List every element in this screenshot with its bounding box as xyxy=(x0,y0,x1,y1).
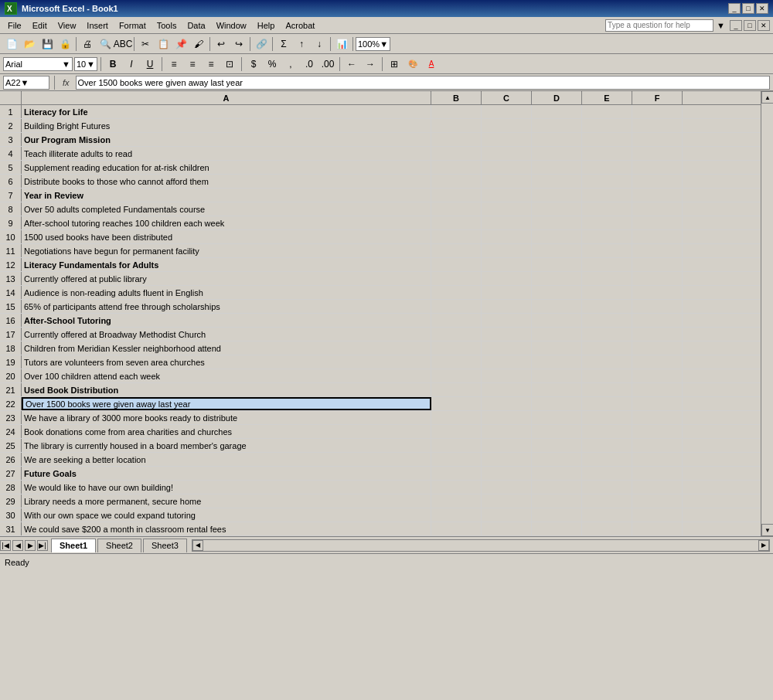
cell-b-7[interactable] xyxy=(431,189,482,202)
cell-c-16[interactable] xyxy=(482,314,532,327)
cell-f-8[interactable] xyxy=(632,202,683,216)
cell-e-21[interactable] xyxy=(582,383,632,396)
cell-c-8[interactable] xyxy=(482,202,532,216)
print-preview-button[interactable]: 🔍 xyxy=(97,36,114,53)
cell-d-15[interactable] xyxy=(532,300,582,313)
sort-desc-button[interactable]: ↓ xyxy=(311,36,328,53)
cell-e-2[interactable] xyxy=(582,119,632,132)
cell-d-29[interactable] xyxy=(532,494,582,508)
cell-c-30[interactable] xyxy=(482,508,532,522)
cell-b-26[interactable] xyxy=(431,453,482,466)
cell-e-29[interactable] xyxy=(582,494,632,508)
cell-b-16[interactable] xyxy=(431,314,482,327)
cell-b-19[interactable] xyxy=(431,355,482,369)
help-search-input[interactable] xyxy=(605,19,713,32)
cell-c-4[interactable] xyxy=(482,147,532,160)
menu-help[interactable]: Help xyxy=(253,19,280,32)
cell-e-14[interactable] xyxy=(582,286,632,299)
cell-f-7[interactable] xyxy=(632,189,683,202)
cell-d-9[interactable] xyxy=(532,216,582,229)
menu-minimize-button[interactable]: _ xyxy=(730,20,742,31)
cell-f-12[interactable] xyxy=(632,258,683,271)
cell-f-1[interactable] xyxy=(632,105,683,118)
cell-f-10[interactable] xyxy=(632,230,683,243)
cell-c-18[interactable] xyxy=(482,342,532,355)
restore-button[interactable]: □ xyxy=(742,3,754,14)
cell-f-14[interactable] xyxy=(632,286,683,299)
merge-center-button[interactable]: ⊡ xyxy=(221,56,238,73)
cell-b-15[interactable] xyxy=(431,300,482,313)
cell-a-21[interactable]: Used Book Distribution xyxy=(22,383,431,396)
cell-b-24[interactable] xyxy=(431,425,482,438)
cell-d-2[interactable] xyxy=(532,119,582,132)
cell-f-18[interactable] xyxy=(632,342,683,355)
cell-b-13[interactable] xyxy=(431,272,482,285)
cell-a-15[interactable]: 65% of participants attend free through … xyxy=(22,300,431,313)
scroll-left-button[interactable]: ◀ xyxy=(192,540,203,551)
cell-f-31[interactable] xyxy=(632,522,683,535)
cell-d-3[interactable] xyxy=(532,133,582,146)
cell-a-27[interactable]: Future Goals xyxy=(22,467,431,480)
cell-a-10[interactable]: 1500 used books have been distributed xyxy=(22,230,431,243)
menu-tools[interactable]: Tools xyxy=(152,19,182,32)
cell-d-28[interactable] xyxy=(532,481,582,494)
cell-a-9[interactable]: After-school tutoring reaches 100 childr… xyxy=(22,216,431,229)
cell-a-2[interactable]: Building Bright Futures xyxy=(22,119,431,132)
cell-e-3[interactable] xyxy=(582,133,632,146)
cell-f-2[interactable] xyxy=(632,119,683,132)
cell-d-31[interactable] xyxy=(532,522,582,535)
minimize-button[interactable]: _ xyxy=(728,3,741,14)
cell-c-3[interactable] xyxy=(482,133,532,146)
col-header-e[interactable]: E xyxy=(582,91,632,104)
print-button[interactable]: 🖨 xyxy=(79,36,96,53)
zoom-dropdown-icon[interactable]: ▼ xyxy=(380,39,388,49)
cell-c-27[interactable] xyxy=(482,467,532,480)
cell-d-22[interactable] xyxy=(532,397,582,410)
cell-d-25[interactable] xyxy=(532,439,582,452)
cell-f-22[interactable] xyxy=(632,397,683,410)
sheet-nav-last[interactable]: ▶| xyxy=(37,540,48,551)
paste-button[interactable]: 📌 xyxy=(172,36,189,53)
cell-d-8[interactable] xyxy=(532,202,582,216)
currency-button[interactable]: $ xyxy=(245,56,262,73)
cell-c-22[interactable] xyxy=(482,397,532,410)
cell-a-16[interactable]: After-School Tutoring xyxy=(22,314,431,327)
cell-d-11[interactable] xyxy=(532,244,582,257)
font-name-selector[interactable]: Arial ▼ xyxy=(3,57,73,71)
cell-e-22[interactable] xyxy=(582,397,632,410)
sort-asc-button[interactable]: ↑ xyxy=(293,36,310,53)
cell-e-20[interactable] xyxy=(582,369,632,382)
cell-b-22[interactable] xyxy=(431,397,482,410)
bold-button[interactable]: B xyxy=(104,56,121,73)
cell-c-1[interactable] xyxy=(482,105,532,118)
cell-e-12[interactable] xyxy=(582,258,632,271)
underline-button[interactable]: U xyxy=(141,56,158,73)
cell-e-8[interactable] xyxy=(582,202,632,216)
sheet-nav-prev[interactable]: ◀ xyxy=(12,540,23,551)
cell-c-11[interactable] xyxy=(482,244,532,257)
cell-d-7[interactable] xyxy=(532,189,582,202)
sheet-nav-next[interactable]: ▶ xyxy=(25,540,36,551)
cell-b-5[interactable] xyxy=(431,161,482,174)
cell-b-8[interactable] xyxy=(431,202,482,216)
cell-d-21[interactable] xyxy=(532,383,582,396)
cell-e-23[interactable] xyxy=(582,411,632,424)
cell-a-13[interactable]: Currently offered at public library xyxy=(22,272,431,285)
cell-c-10[interactable] xyxy=(482,230,532,243)
cell-e-10[interactable] xyxy=(582,230,632,243)
window-controls[interactable]: _ □ ✕ xyxy=(728,3,768,14)
spell-check-button[interactable]: ABC xyxy=(114,36,131,53)
cell-e-30[interactable] xyxy=(582,508,632,522)
cell-f-20[interactable] xyxy=(632,369,683,382)
cell-b-27[interactable] xyxy=(431,467,482,480)
col-header-c[interactable]: C xyxy=(482,91,532,104)
menu-close-button[interactable]: ✕ xyxy=(758,20,770,31)
cell-a-19[interactable]: Tutors are volunteers from seven area ch… xyxy=(22,355,431,369)
cell-e-6[interactable] xyxy=(582,175,632,188)
cell-d-17[interactable] xyxy=(532,328,582,341)
cell-c-20[interactable] xyxy=(482,369,532,382)
cell-d-30[interactable] xyxy=(532,508,582,522)
cell-d-16[interactable] xyxy=(532,314,582,327)
cell-a-8[interactable]: Over 50 adults completed Fundamentals co… xyxy=(22,202,431,216)
cell-b-31[interactable] xyxy=(431,522,482,535)
